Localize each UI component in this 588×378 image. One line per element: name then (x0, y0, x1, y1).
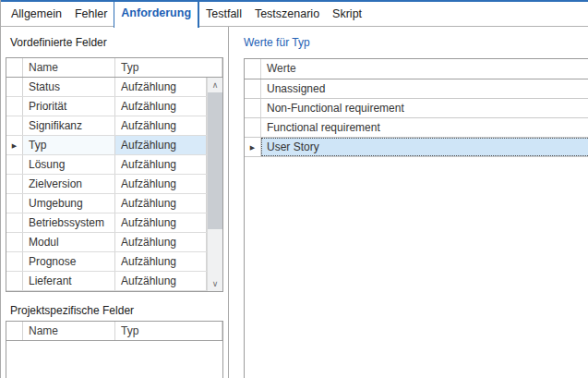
column-header-name[interactable]: Name (23, 322, 115, 340)
empty-grid-area (6, 341, 222, 378)
tab-testszenario[interactable]: Testszenario (248, 2, 326, 26)
row-selector-cell[interactable] (6, 213, 23, 232)
values-rows: Unassigned Non-Functional requirement Fu… (245, 79, 588, 157)
field-row[interactable]: ▶ Typ Aufzählung (6, 136, 207, 155)
field-name-cell[interactable]: Umgebung (23, 194, 115, 213)
top-accent-line (1, 0, 588, 2)
field-type-cell[interactable]: Aufzählung (115, 155, 207, 174)
field-name-cell[interactable]: Betriebssystem (23, 213, 115, 232)
field-name-cell[interactable]: Lieferant (23, 272, 115, 290)
field-type-cell[interactable]: Aufzählung (115, 233, 207, 251)
scroll-up-button[interactable]: ∧ (208, 78, 222, 92)
field-type-cell[interactable]: Aufzählung (115, 97, 207, 116)
scroll-down-button[interactable]: ∨ (208, 276, 222, 291)
value-cell[interactable]: Non-Functional requirement (261, 99, 588, 117)
tab-testfall[interactable]: Testfall (199, 2, 248, 26)
value-row[interactable]: Functional requirement (245, 118, 588, 138)
column-header-typ[interactable]: Typ (115, 322, 222, 340)
row-selector-cell[interactable] (6, 272, 23, 290)
field-type-cell[interactable]: Aufzählung (115, 194, 207, 213)
field-type-cell[interactable]: Aufzählung (115, 78, 207, 96)
panel-separator (228, 27, 229, 378)
predefined-fields-grid: Name Typ Status Aufzählung Priorität Auf… (6, 57, 223, 292)
field-type-cell[interactable]: Aufzählung (115, 252, 207, 271)
row-selector-cell[interactable] (6, 155, 23, 174)
project-fields-label: Projektspezifische Felder (10, 304, 134, 317)
value-cell[interactable]: User Story (261, 138, 588, 156)
field-name-cell[interactable]: Lösung (23, 155, 115, 174)
tab-allgemein[interactable]: Allgemein (5, 2, 68, 26)
row-selector-header-cell (6, 322, 23, 340)
tab-bar: AllgemeinFehlerAnforderungTestfallTestsz… (5, 2, 368, 30)
field-row[interactable]: Modul Aufzählung (6, 233, 207, 252)
tab-fehler[interactable]: Fehler (68, 2, 114, 26)
field-name-cell[interactable]: Prognose (23, 252, 115, 271)
row-selector-cell[interactable] (245, 79, 261, 98)
row-selector-cell[interactable] (6, 97, 23, 116)
value-row[interactable]: Unassigned (245, 79, 588, 99)
row-selector-cell[interactable]: ▶ (6, 136, 23, 154)
field-name-cell[interactable]: Status (23, 78, 115, 96)
empty-grid-area (245, 157, 588, 378)
current-row-arrow-icon: ▶ (250, 144, 255, 151)
row-selector-header-cell (245, 59, 261, 79)
field-name-cell[interactable]: Modul (23, 233, 115, 251)
field-type-cell[interactable]: Aufzählung (115, 175, 207, 193)
grid-header-row: Name Typ (6, 322, 222, 341)
field-type-cell[interactable]: Aufzählung (115, 116, 207, 135)
current-row-arrow-icon: ▶ (12, 142, 17, 149)
field-type-cell[interactable]: Aufzählung (115, 136, 207, 154)
field-row[interactable]: Umgebung Aufzählung (6, 194, 207, 213)
values-grid: Werte Unassigned Non-Functional requirem… (244, 58, 588, 378)
scroll-up-icon: ∧ (212, 80, 219, 90)
settings-window: AllgemeinFehlerAnforderungTestfallTestsz… (0, 0, 588, 378)
row-selector-cell[interactable] (6, 194, 23, 213)
values-for-type-title: Werte für Typ (244, 36, 310, 49)
vertical-scrollbar[interactable]: ∧ ∨ (207, 78, 222, 291)
field-row[interactable]: Zielversion Aufzählung (6, 175, 207, 194)
row-selector-cell[interactable] (6, 116, 23, 135)
value-cell[interactable]: Functional requirement (261, 118, 588, 137)
field-row[interactable]: Status Aufzählung (6, 78, 207, 97)
row-selector-cell[interactable] (6, 78, 23, 96)
predefined-fields-rows: Status Aufzählung Priorität Aufzählung S… (6, 78, 207, 291)
field-row[interactable]: Lieferant Aufzählung (6, 272, 207, 291)
tab-skript[interactable]: Skript (326, 2, 368, 26)
field-name-cell[interactable]: Priorität (23, 97, 115, 116)
tab-anforderung[interactable]: Anforderung (114, 2, 199, 28)
field-row[interactable]: Prognose Aufzählung (6, 252, 207, 272)
row-selector-cell[interactable] (245, 99, 261, 117)
row-selector-header-cell (6, 58, 23, 77)
field-row[interactable]: Signifikanz Aufzählung (6, 116, 207, 136)
project-fields-grid: Name Typ (6, 321, 223, 378)
row-selector-cell[interactable] (6, 175, 23, 193)
column-header-typ[interactable]: Typ (115, 58, 222, 77)
field-type-cell[interactable]: Aufzählung (115, 213, 207, 232)
row-selector-cell[interactable] (6, 233, 23, 251)
field-row[interactable]: Betriebssystem Aufzählung (6, 213, 207, 233)
value-cell[interactable]: Unassigned (261, 79, 588, 98)
grid-header-row: Werte (245, 59, 588, 79)
column-header-werte[interactable]: Werte (261, 59, 588, 79)
scroll-down-icon: ∨ (212, 279, 219, 288)
value-row[interactable]: Non-Functional requirement (245, 99, 588, 118)
row-selector-cell[interactable] (245, 118, 261, 137)
field-name-cell[interactable]: Typ (23, 136, 115, 154)
grid-header-row: Name Typ (6, 58, 222, 78)
value-row[interactable]: ▶ User Story (245, 138, 588, 157)
scrollbar-thumb[interactable] (208, 92, 222, 229)
column-header-name[interactable]: Name (23, 58, 115, 77)
predefined-fields-label: Vordefinierte Felder (10, 36, 107, 49)
field-name-cell[interactable]: Signifikanz (23, 116, 115, 135)
row-selector-cell[interactable]: ▶ (245, 138, 261, 156)
field-type-cell[interactable]: Aufzählung (115, 272, 207, 290)
row-selector-cell[interactable] (6, 252, 23, 271)
field-row[interactable]: Lösung Aufzählung (6, 155, 207, 175)
field-name-cell[interactable]: Zielversion (23, 175, 115, 193)
field-row[interactable]: Priorität Aufzählung (6, 97, 207, 116)
